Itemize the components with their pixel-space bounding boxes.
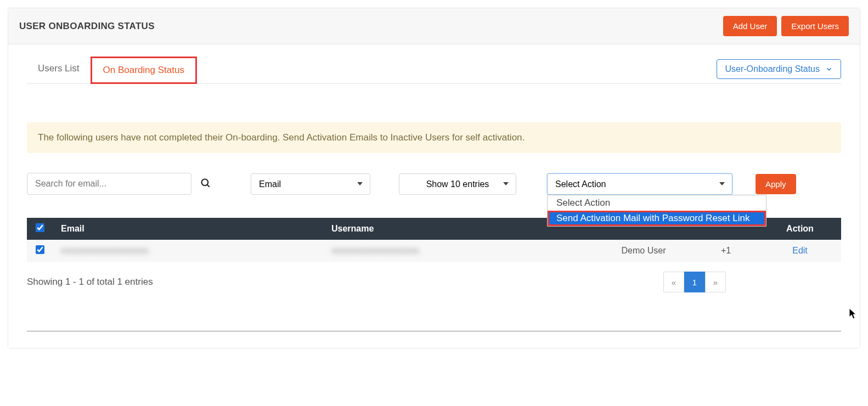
select-all-checkbox[interactable] [36, 223, 44, 232]
info-alert: The following users have not completed t… [27, 122, 841, 153]
status-filter-label: User-Onboarding Status [725, 64, 820, 74]
status-filter-dropdown[interactable]: User-Onboarding Status [717, 59, 841, 79]
pagination-next[interactable]: » [705, 272, 726, 292]
entries-select-wrap: Show 10 entries [399, 173, 516, 195]
header-actions: Add User Export Users [723, 16, 849, 36]
panel-body: Users List On Boarding Status User-Onboa… [8, 57, 860, 348]
table-footer: Showing 1 - 1 of total 1 entries « 1 » [27, 272, 841, 292]
row-email: xxxxxxxxxxxxxxxxxxxx [61, 246, 149, 255]
action-select-wrap: Select Action Select Action Send Activat… [547, 173, 732, 195]
pagination-prev[interactable]: « [663, 272, 684, 292]
page-title: USER ONBOARDING STATUS [19, 21, 155, 32]
select-all-header [27, 218, 53, 240]
export-users-button[interactable]: Export Users [781, 16, 849, 36]
row-username: xxxxxxxxxxxxxxxxxxxx [331, 246, 419, 255]
divider [27, 331, 841, 331]
email-header[interactable]: Email [53, 218, 324, 240]
row-role: Demo User [594, 240, 693, 262]
filter-field-select[interactable]: Email [251, 173, 370, 195]
table-row: xxxxxxxxxxxxxxxxxxxx xxxxxxxxxxxxxxxxxxx… [27, 240, 841, 262]
controls-row: Email Show 10 entries Select Action Sele… [27, 173, 841, 195]
edit-link[interactable]: Edit [792, 246, 808, 255]
action-option-send-activation-mail[interactable]: Send Activation Mail with Password Reset… [548, 211, 766, 226]
tab-users-list[interactable]: Users List [27, 57, 91, 83]
pagination-page-1[interactable]: 1 [684, 272, 705, 292]
tab-onboarding-status[interactable]: On Boarding Status [91, 57, 197, 84]
showing-text: Showing 1 - 1 of total 1 entries [27, 277, 153, 287]
add-user-button[interactable]: Add User [723, 16, 777, 36]
panel-header: USER ONBOARDING STATUS Add User Export U… [8, 8, 860, 44]
tabs: Users List On Boarding Status [27, 57, 197, 83]
svg-line-1 [207, 184, 210, 187]
bulk-action-dropdown-list: Select Action Send Activation Mail with … [547, 195, 766, 227]
action-option-select-action[interactable]: Select Action [548, 195, 766, 211]
apply-button[interactable]: Apply [756, 174, 796, 194]
row-groups: +1 [693, 240, 759, 262]
row-checkbox[interactable] [36, 245, 44, 254]
entries-per-page-select[interactable]: Show 10 entries [399, 173, 516, 195]
search-icon [200, 182, 211, 190]
search-wrap [27, 173, 213, 195]
chevron-down-icon [825, 65, 833, 73]
main-panel: USER ONBOARDING STATUS Add User Export U… [8, 8, 860, 348]
action-header: Action [759, 218, 841, 240]
tabs-row: Users List On Boarding Status User-Onboa… [27, 57, 841, 84]
filter-field-select-wrap: Email [251, 173, 370, 195]
svg-point-0 [202, 179, 208, 185]
pagination: « 1 » [663, 272, 726, 292]
search-button[interactable] [198, 176, 213, 193]
bulk-action-select[interactable]: Select Action [547, 173, 732, 195]
search-input[interactable] [27, 173, 191, 195]
